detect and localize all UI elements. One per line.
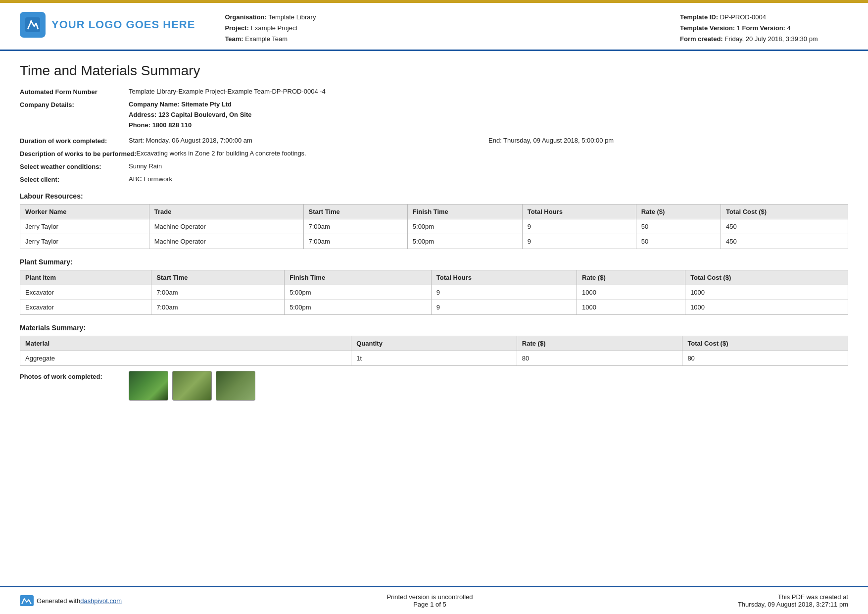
- company-address: Address: 123 Capital Boulevard, On Site: [129, 111, 848, 118]
- form-created-line: Form created: Friday, 20 July 2018, 3:39…: [680, 34, 848, 45]
- plant-header-row: Plant item Start Time Finish Time Total …: [20, 270, 848, 285]
- client-row: Select client: ABC Formwork: [20, 175, 848, 183]
- form-number-value: Template Library-Example Project-Example…: [129, 88, 848, 95]
- weather-label: Select weather conditions:: [20, 162, 129, 170]
- table-cell: 9: [431, 300, 577, 315]
- footer-left: Generated with dashpivot.com: [20, 595, 122, 606]
- plant-section-title: Plant Summary:: [20, 258, 848, 266]
- footer-logo-icon: [20, 595, 34, 606]
- table-cell: 7:00am: [151, 300, 285, 315]
- table-cell: 80: [682, 351, 848, 366]
- table-cell: 1000: [577, 300, 685, 315]
- project-label: Project:: [225, 24, 248, 32]
- labour-table: Worker Name Trade Start Time Finish Time…: [20, 204, 848, 249]
- company-details-label: Company Details:: [20, 101, 129, 108]
- materials-table: Material Quantity Rate ($) Total Cost ($…: [20, 336, 848, 366]
- header-right: Template ID: DP-PROD-0004 Template Versi…: [680, 12, 848, 45]
- table-cell: 1000: [685, 285, 848, 300]
- client-value: ABC Formwork: [129, 175, 848, 183]
- weather-value: Sunny Rain: [129, 162, 848, 170]
- labour-col-hours: Total Hours: [522, 205, 636, 219]
- company-name: Company Name: Sitemate Pty Ltd: [129, 101, 848, 108]
- table-cell: 1000: [577, 285, 685, 300]
- logo-icon: [20, 12, 46, 38]
- description-value: Excavating works in Zone 2 for building …: [136, 150, 848, 157]
- footer-dashpivot-link[interactable]: dashpivot.com: [80, 597, 122, 605]
- duration-end: End: Thursday, 09 August 2018, 5:00:00 p…: [488, 137, 848, 144]
- table-cell: 7:00am: [303, 219, 407, 234]
- weather-row: Select weather conditions: Sunny Rain: [20, 162, 848, 170]
- description-row: Description of works to be performed: Ex…: [20, 150, 848, 157]
- page-title: Time and Materials Summary: [20, 63, 848, 79]
- table-cell: 50: [636, 219, 721, 234]
- plant-table-head: Plant item Start Time Finish Time Total …: [20, 270, 848, 285]
- header-logo: YOUR LOGO GOES HERE: [20, 12, 195, 38]
- table-row: Excavator7:00am5:00pm910001000: [20, 285, 848, 300]
- photos-label: Photos of work completed:: [20, 371, 129, 380]
- plant-col-hours: Total Hours: [431, 270, 577, 285]
- materials-col-cost: Total Cost ($): [682, 336, 848, 351]
- footer-created-at-text: This PDF was created at: [738, 593, 848, 601]
- table-row: Aggregate1t8080: [20, 351, 848, 366]
- plant-col-finish: Finish Time: [285, 270, 432, 285]
- header: YOUR LOGO GOES HERE Organisation: Templa…: [0, 3, 868, 51]
- form-number-label: Automated Form Number: [20, 88, 129, 96]
- photo-thumb-2: [172, 371, 212, 401]
- company-details-row: Company Details: Company Name: Sitemate …: [20, 101, 848, 132]
- footer: Generated with dashpivot.com Printed ver…: [0, 586, 868, 614]
- table-cell: 5:00pm: [285, 300, 432, 315]
- main-content: Time and Materials Summary Automated For…: [0, 51, 868, 586]
- footer-printed-text: Printed version is uncontrolled: [386, 593, 473, 601]
- page-wrapper: YOUR LOGO GOES HERE Organisation: Templa…: [0, 0, 868, 614]
- template-version-value-text: 1: [737, 24, 740, 32]
- duration-start: Start: Monday, 06 August 2018, 7:00:00 a…: [129, 137, 488, 144]
- template-id-line: Template ID: DP-PROD-0004: [680, 12, 848, 23]
- table-cell: Machine Operator: [149, 234, 303, 249]
- materials-section-title: Materials Summary:: [20, 324, 848, 332]
- project-line: Project: Example Project: [225, 23, 680, 34]
- labour-section-title: Labour Resources:: [20, 192, 848, 200]
- company-details-block: Company Name: Sitemate Pty Ltd Address: …: [129, 101, 848, 132]
- labour-col-cost: Total Cost ($): [721, 205, 848, 219]
- table-cell: 80: [517, 351, 682, 366]
- table-cell: 5:00pm: [407, 234, 522, 249]
- table-cell: 9: [522, 219, 636, 234]
- team-label: Team:: [225, 35, 243, 43]
- project-value-text: Example Project: [250, 24, 297, 32]
- company-phone: Phone: 1800 828 110: [129, 121, 848, 129]
- logo-text: YOUR LOGO GOES HERE: [51, 18, 195, 31]
- template-id-value-text: DP-PROD-0004: [720, 13, 766, 21]
- org-value-text: Template Library: [268, 13, 316, 21]
- template-id-label: Template ID:: [680, 13, 718, 21]
- template-version-label: Template Version:: [680, 24, 735, 32]
- plant-col-rate: Rate ($): [577, 270, 685, 285]
- photo-thumb-1: [129, 371, 168, 401]
- team-line: Team: Example Team: [225, 34, 680, 45]
- labour-col-trade: Trade: [149, 205, 303, 219]
- table-cell: 50: [636, 234, 721, 249]
- labour-col-finish: Finish Time: [407, 205, 522, 219]
- materials-col-rate: Rate ($): [517, 336, 682, 351]
- plant-col-start: Start Time: [151, 270, 285, 285]
- labour-col-start: Start Time: [303, 205, 407, 219]
- svg-rect-2: [20, 595, 34, 606]
- client-label: Select client:: [20, 175, 129, 183]
- table-cell: 5:00pm: [285, 285, 432, 300]
- materials-col-qty: Quantity: [351, 336, 517, 351]
- form-created-label: Form created:: [680, 35, 723, 43]
- footer-center: Printed version is uncontrolled Page 1 o…: [386, 593, 473, 608]
- labour-table-head: Worker Name Trade Start Time Finish Time…: [20, 205, 848, 219]
- plant-table-body: Excavator7:00am5:00pm910001000Excavator7…: [20, 285, 848, 315]
- plant-col-cost: Total Cost ($): [685, 270, 848, 285]
- duration-row: Duration of work completed: Start: Monda…: [20, 137, 848, 145]
- footer-right: This PDF was created at Thursday, 09 Aug…: [738, 593, 848, 608]
- header-center: Organisation: Template Library Project: …: [195, 12, 680, 45]
- form-version-label-text: Form Version:: [742, 24, 785, 32]
- labour-col-rate: Rate ($): [636, 205, 721, 219]
- table-row: Excavator7:00am5:00pm910001000: [20, 300, 848, 315]
- materials-header-row: Material Quantity Rate ($) Total Cost ($…: [20, 336, 848, 351]
- labour-header-row: Worker Name Trade Start Time Finish Time…: [20, 205, 848, 219]
- table-cell: 450: [721, 234, 848, 249]
- org-label: Organisation:: [225, 13, 267, 21]
- table-row: Jerry TaylorMachine Operator7:00am5:00pm…: [20, 219, 848, 234]
